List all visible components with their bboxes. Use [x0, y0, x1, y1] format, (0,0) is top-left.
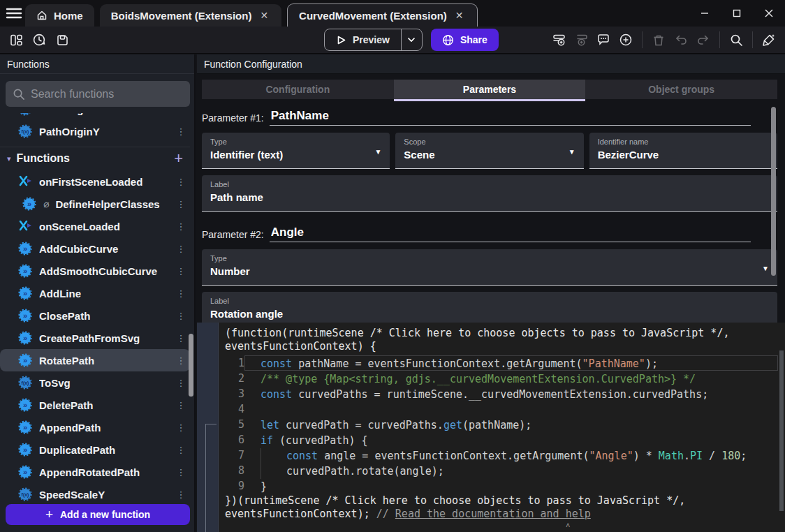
dropdown-arrow-icon[interactable]: ▼	[374, 148, 381, 156]
tab-curvedmovement-extension-[interactable]: CurvedMovement (Extension)✕	[287, 3, 477, 27]
code-line-7[interactable]: 7const angle = eventsFunctionContext.get…	[219, 448, 785, 463]
tab-object-groups[interactable]: Object groups	[585, 80, 777, 99]
item-menu-dots-icon[interactable]: ⋮	[176, 266, 186, 276]
add-comment-icon[interactable]	[593, 29, 614, 50]
sidebar-item-pathoriginy[interactable]: f(x)PathOriginY⋮	[0, 120, 190, 142]
item-menu-dots-icon[interactable]: ⋮	[176, 467, 186, 478]
tab-close-icon[interactable]: ✕	[258, 8, 270, 22]
item-menu-dots-icon[interactable]: ⋮	[176, 333, 186, 343]
field-type[interactable]: TypeNumber▼	[202, 249, 777, 286]
sidebar-item-onsceneloaded[interactable]: onSceneLoaded⋮	[0, 215, 190, 237]
code-token: angle = eventsFunctionContext.getArgumen…	[318, 450, 589, 462]
parameters-scrollbar-thumb[interactable]	[771, 107, 776, 276]
item-menu-dots-icon[interactable]: ⋮	[176, 355, 186, 366]
code-line-6[interactable]: 6if (curvedPath) {	[219, 432, 785, 448]
sidebar-item-closepath[interactable]: »ClosePath⋮	[0, 304, 190, 327]
share-button[interactable]: Share	[431, 29, 499, 51]
search-functions-box[interactable]	[6, 81, 190, 107]
undo-icon[interactable]	[670, 29, 691, 50]
sidebar-item-appendpath[interactable]: »AppendPath⋮	[0, 416, 190, 438]
sidebar-scrollbar-thumb[interactable]	[189, 334, 193, 397]
sidebar-item-deletepath[interactable]: »DeletePath⋮	[0, 394, 190, 416]
code-scrollbar-thumb[interactable]	[779, 350, 784, 511]
trash-icon[interactable]	[648, 29, 669, 50]
item-menu-dots-icon[interactable]: ⋮	[176, 221, 186, 232]
code-line-8[interactable]: 8curvedPath.rotate(angle);	[219, 463, 785, 478]
search-icon[interactable]	[726, 29, 747, 50]
hamburger-menu-icon[interactable]	[6, 6, 22, 20]
tab-home[interactable]: Home	[25, 4, 94, 27]
item-menu-dots-icon[interactable]: ⋮	[176, 445, 186, 455]
item-menu-dots-icon[interactable]: ⋮	[176, 126, 186, 137]
preview-button[interactable]: Preview	[325, 29, 401, 50]
tab-close-icon[interactable]: ✕	[453, 8, 466, 22]
item-menu-dots-icon[interactable]: ⋮	[176, 422, 186, 433]
code-line-1[interactable]: 1const pathName = eventsFunctionContext.…	[219, 355, 785, 371]
minimize-button[interactable]	[689, 0, 721, 27]
collapse-code-caret-icon[interactable]: ˄	[566, 521, 570, 529]
add-subevent-icon[interactable]	[571, 29, 592, 50]
dropdown-arrow-icon[interactable]: ▼	[762, 265, 769, 272]
sidebar-item-speedscaley[interactable]: f(x)SpeedScaleY⋮	[0, 483, 190, 505]
functions-section-header[interactable]: ▾ Functions +	[0, 148, 190, 169]
function-name-label: CreatePathFromSvg	[39, 332, 176, 344]
item-menu-dots-icon[interactable]: ⋮	[176, 113, 186, 114]
code-line-4[interactable]: 4	[219, 401, 785, 417]
sidebar-item-addsmoothcubiccurve[interactable]: »AddSmoothCubicCurve⋮	[0, 260, 190, 282]
parameter-name-input[interactable]	[270, 226, 751, 242]
svg-text:»: »	[23, 468, 27, 476]
project-manager-icon[interactable]	[6, 29, 27, 50]
add-function-plus-icon[interactable]: +	[174, 152, 183, 165]
collapse-triangle-icon[interactable]: ▾	[7, 154, 11, 163]
item-menu-dots-icon[interactable]: ⋮	[176, 378, 186, 388]
field-scope[interactable]: ScopeScene▼	[395, 133, 583, 169]
sidebar-item-rotatepath[interactable]: »RotatePath⋮	[0, 349, 190, 371]
history-icon[interactable]	[29, 29, 50, 50]
svg-text:f(x): f(x)	[22, 129, 29, 135]
tab-parameters[interactable]: Parameters	[394, 80, 586, 99]
sidebar-item-onfirstsceneloaded[interactable]: onFirstSceneLoaded⋮	[0, 170, 190, 193]
tab-configuration[interactable]: Configuration	[202, 80, 394, 99]
documentation-link[interactable]: Read the documentation and help	[395, 508, 591, 520]
field-identifier-name[interactable]: Identifier nameBezierCurve	[589, 133, 777, 169]
sidebar-item-definehelperclasses[interactable]: »⌀DefineHelperClasses⋮	[0, 193, 190, 215]
field-type[interactable]: TypeIdentifier (text)▼	[202, 133, 390, 169]
preview-dropdown-arrow[interactable]	[401, 29, 422, 50]
maximize-button[interactable]	[721, 0, 753, 27]
item-menu-dots-icon[interactable]: ⋮	[176, 244, 186, 254]
function-name-label: RotatePath	[39, 355, 176, 367]
field-label-input[interactable]: LabelPath name	[202, 175, 777, 212]
item-menu-dots-icon[interactable]: ⋮	[176, 199, 186, 209]
add-circle-icon[interactable]	[615, 29, 636, 50]
pen-sparkle-icon[interactable]	[758, 29, 779, 50]
code-line-2[interactable]: 2/** @type {Map<string, gdjs.__curvedMov…	[219, 371, 785, 386]
save-icon[interactable]	[52, 29, 73, 50]
sidebar-item-addcubiccurve[interactable]: »AddCubicCurve⋮	[0, 237, 190, 260]
code-line-5[interactable]: 5let curvedPath = curvedPaths.get(pathNa…	[219, 417, 785, 432]
item-menu-dots-icon[interactable]: ⋮	[176, 489, 186, 500]
item-menu-dots-icon[interactable]: ⋮	[176, 177, 186, 187]
add-new-function-button[interactable]: + Add a new function	[6, 504, 190, 525]
add-event-icon[interactable]	[548, 29, 569, 50]
sidebar-item-appendrotatedpath[interactable]: »AppendRotatedPath⋮	[0, 461, 190, 483]
sidebar-item-tosvg[interactable]: f(x)ToSvg⋮	[0, 371, 190, 394]
redo-icon[interactable]	[693, 29, 714, 50]
sidebar-item-createpathfromsvg[interactable]: »CreatePathFromSvg⋮	[0, 327, 190, 349]
sidebar-item-addline[interactable]: »AddLine⋮	[0, 282, 190, 304]
code-editor-body[interactable]: (function(runtimeScene /* Click here to …	[219, 323, 785, 532]
parameter-name-input[interactable]	[270, 109, 751, 126]
dropdown-arrow-icon[interactable]: ▼	[568, 148, 575, 156]
tab-label: CurvedMovement (Extension)	[299, 10, 447, 22]
item-menu-dots-icon[interactable]: ⋮	[176, 311, 186, 321]
tab-boidsmovement-extension-[interactable]: BoidsMovement (Extension)✕	[100, 4, 281, 27]
close-button[interactable]	[753, 0, 785, 27]
javascript-code-editor[interactable]: (function(runtimeScene /* Click here to …	[197, 323, 785, 532]
item-menu-dots-icon[interactable]: ⋮	[176, 400, 186, 411]
search-functions-input[interactable]	[31, 88, 170, 101]
code-line-3[interactable]: 3const curvedPaths = runtimeScene.__curv…	[219, 386, 785, 401]
svg-text:»: »	[23, 423, 27, 431]
sidebar-item-duplicatedpath[interactable]: »DuplicatedPath⋮	[0, 438, 190, 461]
sidebar-item-pathoriginx[interactable]: f(x)PathOriginX⋮	[0, 113, 190, 120]
item-menu-dots-icon[interactable]: ⋮	[176, 288, 186, 299]
code-line-9[interactable]: 9}	[219, 478, 785, 494]
